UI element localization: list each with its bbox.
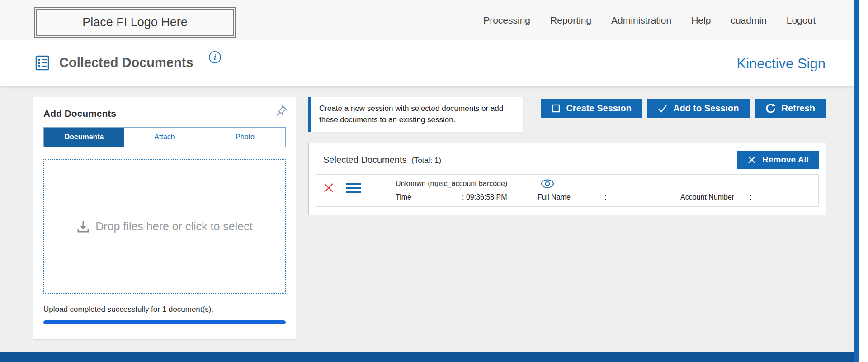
refresh-label: Refresh — [782, 103, 815, 114]
kinective-sign-logo: Kinective Sign — [737, 56, 826, 72]
upload-progress-bar — [43, 320, 286, 324]
checkmark-icon — [658, 104, 667, 113]
add-documents-card: Add Documents Documents Attach Photo — [33, 97, 296, 340]
refresh-button[interactable]: Refresh — [755, 99, 826, 118]
session-info-text: Create a new session with selected docum… — [319, 103, 515, 125]
add-documents-tabs: Documents Attach Photo — [43, 127, 286, 147]
create-session-icon — [552, 104, 560, 113]
nav-item-processing[interactable]: Processing — [483, 15, 530, 26]
create-session-label: Create Session — [566, 103, 632, 114]
download-icon — [76, 220, 90, 233]
refresh-icon — [765, 103, 776, 114]
document-row: Unknown (mpsc_account barcode) Time : 09… — [316, 174, 819, 207]
session-info-box: Create a new session with selected docum… — [308, 97, 523, 132]
main-nav: Processing Reporting Administration Help… — [483, 0, 816, 40]
selected-documents-panel: Selected Documents (Total: 1) Remove All — [308, 143, 826, 215]
x-mark-icon — [747, 155, 756, 164]
create-session-button[interactable]: Create Session — [541, 99, 642, 118]
page-header: Collected Documents i Kinective Sign — [0, 40, 868, 86]
selected-documents-title: Selected Documents — [323, 155, 407, 165]
full-name-value: : — [604, 193, 606, 201]
top-bar: Place FI Logo Here Processing Reporting … — [0, 0, 868, 40]
drag-handle-icon[interactable] — [346, 183, 361, 193]
tab-attach[interactable]: Attach — [124, 128, 205, 147]
preview-eye-icon[interactable] — [540, 178, 555, 189]
nav-item-administration[interactable]: Administration — [611, 15, 671, 26]
page-title: Collected Documents — [59, 55, 193, 70]
delete-document-icon[interactable] — [323, 182, 334, 193]
file-dropzone[interactable]: Drop files here or click to select — [43, 159, 286, 294]
add-to-session-label: Add to Session — [673, 103, 739, 114]
scrollbar[interactable] — [854, 0, 859, 362]
selected-documents-total: (Total: 1) — [411, 156, 441, 165]
scrollbar-gutter — [859, 0, 868, 362]
info-icon[interactable]: i — [209, 51, 221, 63]
nav-item-help[interactable]: Help — [691, 15, 711, 26]
time-label: Time — [396, 193, 411, 201]
fi-logo-placeholder: Place FI Logo Here — [34, 7, 236, 38]
account-number-value: : — [750, 193, 751, 201]
collected-documents-icon — [35, 55, 50, 71]
tab-documents[interactable]: Documents — [44, 128, 124, 147]
nav-item-reporting[interactable]: Reporting — [550, 15, 591, 26]
screen: Place FI Logo Here Processing Reporting … — [0, 0, 868, 362]
selected-documents-header: Selected Documents (Total: 1) Remove All — [316, 150, 819, 170]
nav-item-cuadmin[interactable]: cuadmin — [731, 15, 766, 26]
upload-status-text: Upload completed successfully for 1 docu… — [43, 305, 286, 314]
session-actions: Create Session Add to Session Refresh — [541, 99, 826, 118]
tab-photo[interactable]: Photo — [205, 128, 285, 147]
fi-logo-text: Place FI Logo Here — [82, 15, 188, 29]
document-name: Unknown (mpsc_account barcode) — [396, 180, 507, 188]
remove-all-label: Remove All — [762, 155, 809, 165]
add-to-session-button[interactable]: Add to Session — [647, 99, 750, 118]
dropzone-text: Drop files here or click to select — [95, 220, 252, 233]
upload-progress-fill — [43, 320, 286, 324]
add-documents-title: Add Documents — [43, 108, 286, 119]
full-name-label: Full Name — [538, 193, 571, 201]
time-value: : 09:36:58 PM — [462, 193, 507, 201]
footer-bar — [0, 352, 868, 362]
nav-item-logout[interactable]: Logout — [787, 15, 816, 26]
account-number-label: Account Number — [680, 193, 734, 201]
pin-icon[interactable] — [276, 105, 288, 117]
remove-all-button[interactable]: Remove All — [737, 151, 819, 169]
selected-documents-title-group: Selected Documents (Total: 1) — [323, 155, 441, 165]
